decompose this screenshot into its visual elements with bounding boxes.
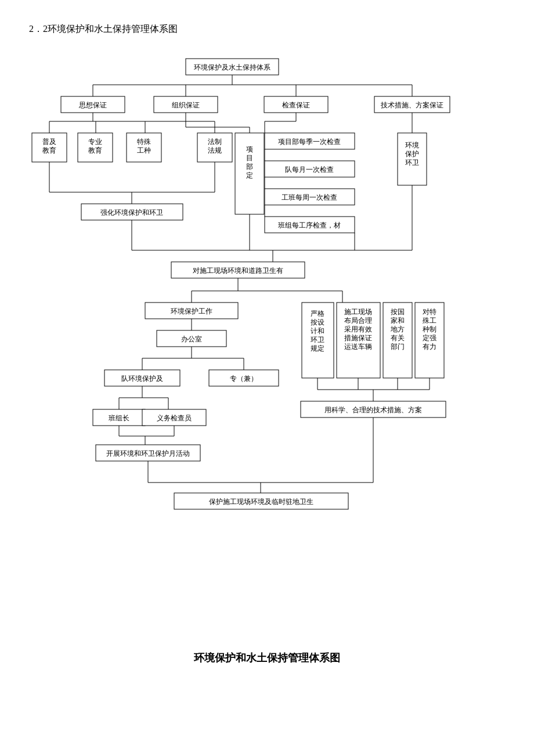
svg-text:法制: 法制 (208, 138, 222, 146)
svg-text:教育: 教育 (42, 146, 56, 154)
svg-text:开展环境和环卫保护月活动: 开展环境和环卫保护月活动 (106, 449, 190, 458)
svg-text:规定: 规定 (311, 344, 324, 352)
svg-text:特殊: 特殊 (137, 138, 151, 146)
svg-text:布局合理: 布局合理 (344, 316, 372, 325)
svg-text:队环境保护及: 队环境保护及 (121, 375, 163, 383)
section-title: 2．2环境保护和水土保持管理体系图 (29, 23, 505, 35)
svg-text:办公室: 办公室 (181, 335, 202, 343)
svg-text:采用有效: 采用有效 (344, 325, 372, 333)
svg-text:按国: 按国 (391, 308, 405, 316)
svg-text:思想保证: 思想保证 (78, 101, 107, 109)
svg-text:环境: 环境 (405, 141, 419, 149)
svg-text:部: 部 (246, 163, 253, 171)
svg-text:专业: 专业 (88, 138, 102, 146)
svg-text:强化环境保护和环卫: 强化环境保护和环卫 (100, 208, 163, 217)
svg-text:定强: 定强 (423, 334, 436, 342)
svg-text:运送车辆: 运送车辆 (344, 343, 372, 351)
svg-text:教育: 教育 (88, 146, 102, 154)
svg-text:保护: 保护 (405, 150, 419, 158)
svg-text:部门: 部门 (391, 343, 405, 351)
svg-text:队每月一次检查: 队每月一次检查 (285, 165, 334, 174)
svg-text:环卫: 环卫 (311, 336, 324, 344)
svg-text:组织保证: 组织保证 (172, 101, 200, 109)
svg-text:严格: 严格 (311, 309, 324, 318)
svg-text:环境保护及水土保持体系: 环境保护及水土保持体系 (194, 63, 270, 71)
svg-text:普及: 普及 (42, 138, 56, 146)
svg-text:工班每周一次检查: 工班每周一次检查 (282, 193, 337, 201)
svg-text:项: 项 (246, 145, 253, 153)
svg-text:法规: 法规 (208, 146, 222, 154)
svg-text:有关: 有关 (391, 334, 405, 342)
svg-text:计和: 计和 (311, 327, 324, 335)
svg-text:家和: 家和 (391, 316, 405, 325)
svg-text:班组长: 班组长 (109, 414, 129, 422)
svg-text:义务检查员: 义务检查员 (157, 414, 192, 422)
svg-text:定: 定 (246, 171, 253, 179)
svg-text:殊工: 殊工 (423, 316, 436, 325)
svg-text:专（兼）: 专（兼） (230, 375, 258, 383)
svg-text:按设: 按设 (311, 318, 324, 326)
org-chart: text { font-family: "SimSun", "宋体", seri… (29, 53, 505, 633)
svg-text:对特: 对特 (423, 308, 436, 316)
svg-text:对施工现场环境和道路卫生有: 对施工现场环境和道路卫生有 (193, 267, 283, 275)
svg-text:保护施工现场环境及临时驻地卫生: 保护施工现场环境及临时驻地卫生 (209, 498, 313, 506)
svg-text:项目部每季一次检查: 项目部每季一次检查 (278, 138, 341, 146)
svg-text:工种: 工种 (137, 146, 151, 154)
svg-text:环境保护工作: 环境保护工作 (171, 307, 212, 315)
svg-text:班组每工序检查，材: 班组每工序检查，材 (278, 221, 341, 229)
svg-text:有力: 有力 (423, 343, 436, 351)
svg-text:技术措施、方案保证: 技术措施、方案保证 (380, 101, 443, 109)
svg-text:用科学、合理的技术措施、方案: 用科学、合理的技术措施、方案 (324, 406, 422, 414)
svg-text:种制: 种制 (423, 325, 436, 333)
svg-text:措施保证: 措施保证 (344, 334, 372, 342)
svg-text:施工现场: 施工现场 (344, 308, 372, 316)
svg-text:目: 目 (246, 154, 253, 162)
svg-text:环卫: 环卫 (405, 159, 419, 167)
svg-text:地方: 地方 (390, 325, 405, 333)
svg-text:检查保证: 检查保证 (282, 101, 310, 109)
footer-title: 环境保护和水土保持管理体系图 (29, 651, 505, 665)
